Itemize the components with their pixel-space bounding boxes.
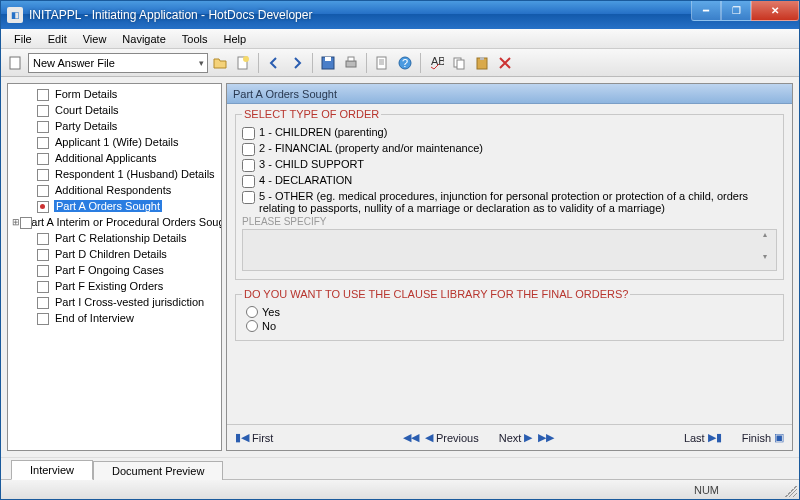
first-icon: ▮◀ xyxy=(235,431,249,444)
menu-tools[interactable]: Tools xyxy=(175,31,215,47)
nav-label: First xyxy=(252,432,273,444)
menu-help[interactable]: Help xyxy=(216,31,253,47)
checkbox-child-support[interactable] xyxy=(242,159,255,172)
svg-rect-12 xyxy=(457,60,464,69)
rewind-icon: ◀◀ xyxy=(403,431,419,444)
tree-item-selected[interactable]: Part A Orders Sought xyxy=(8,198,221,214)
tree-item[interactable]: Part I Cross-vested jurisdiction xyxy=(8,294,221,310)
nav-previous[interactable]: ◀Previous xyxy=(425,431,479,444)
svg-point-2 xyxy=(243,56,249,62)
close-button[interactable]: ✕ xyxy=(751,1,799,21)
tree-item[interactable]: Part C Relationship Details xyxy=(8,230,221,246)
back-icon[interactable] xyxy=(263,52,285,74)
page-icon xyxy=(37,200,51,212)
tree-label: Additional Applicants xyxy=(54,152,158,164)
tree-item[interactable]: Form Details xyxy=(8,86,221,102)
spin-up-icon[interactable]: ▴ xyxy=(763,231,775,239)
option-label: 2 - FINANCIAL (property and/or maintenan… xyxy=(259,142,777,154)
svg-rect-0 xyxy=(10,57,20,69)
checkbox-other[interactable] xyxy=(242,191,255,204)
tab-interview[interactable]: Interview xyxy=(11,460,93,480)
page-icon xyxy=(37,88,51,100)
toolbar-separator xyxy=(420,53,421,73)
spin-down-icon[interactable]: ▾ xyxy=(763,253,775,261)
help-icon[interactable]: ? xyxy=(394,52,416,74)
order-type-option: 1 - CHILDREN (parenting) xyxy=(242,126,777,140)
tree-item[interactable]: Respondent 1 (Husband) Details xyxy=(8,166,221,182)
tree-item[interactable]: Applicant 1 (Wife) Details xyxy=(8,134,221,150)
tree-label: Court Details xyxy=(54,104,120,116)
paste-icon[interactable] xyxy=(471,52,493,74)
expander-icon[interactable]: ⊞ xyxy=(12,217,20,227)
clause-library-group: DO YOU WANT TO USE THE CLAUSE LIBRARY FO… xyxy=(235,288,784,341)
checkbox-financial[interactable] xyxy=(242,143,255,156)
answer-file-label: New Answer File xyxy=(33,57,115,69)
page-icon xyxy=(37,312,51,324)
tree-item[interactable]: Part F Ongoing Cases xyxy=(8,262,221,278)
page-icon xyxy=(37,104,51,116)
ffwd-icon: ▶▶ xyxy=(538,431,554,444)
open-icon[interactable] xyxy=(209,52,231,74)
svg-rect-14 xyxy=(480,57,484,60)
tree-item[interactable]: End of Interview xyxy=(8,310,221,326)
radio-label: No xyxy=(262,320,276,332)
save-icon[interactable] xyxy=(317,52,339,74)
menu-file[interactable]: File xyxy=(7,31,39,47)
resize-grip-icon[interactable] xyxy=(785,485,797,497)
nav-rewind[interactable]: ◀◀ xyxy=(403,431,419,444)
tree-item[interactable]: Part F Existing Orders xyxy=(8,278,221,294)
nav-finish[interactable]: Finish▣ xyxy=(742,431,784,444)
new-icon[interactable] xyxy=(232,52,254,74)
nav-label: Previous xyxy=(436,432,479,444)
radio-row: No xyxy=(246,320,777,332)
option-label: 1 - CHILDREN (parenting) xyxy=(259,126,777,138)
copy-icon[interactable] xyxy=(448,52,470,74)
specify-textarea[interactable] xyxy=(242,229,777,271)
menu-edit[interactable]: Edit xyxy=(41,31,74,47)
menu-view[interactable]: View xyxy=(76,31,114,47)
option-label: 5 - OTHER (eg. medical procedures, injun… xyxy=(259,190,777,214)
svg-rect-7 xyxy=(377,57,386,69)
status-bar: NUM xyxy=(1,479,799,499)
tree-item[interactable]: Party Details xyxy=(8,118,221,134)
toolbar: New Answer File ? ABC xyxy=(1,49,799,77)
tree-item[interactable]: Court Details xyxy=(8,102,221,118)
minimize-button[interactable]: ━ xyxy=(691,1,721,21)
outline-tree: Form Details Court Details Party Details… xyxy=(8,84,221,328)
tree-item[interactable]: Additional Applicants xyxy=(8,150,221,166)
clear-icon[interactable] xyxy=(494,52,516,74)
radio-no[interactable] xyxy=(246,320,258,332)
tree-item[interactable]: ⊞Part A Interim or Procedural Orders Sou… xyxy=(8,214,221,230)
spellcheck-icon[interactable]: ABC xyxy=(425,52,447,74)
tree-item[interactable]: Additional Respondents xyxy=(8,182,221,198)
nav-label: Finish xyxy=(742,432,771,444)
form-panel: Part A Orders Sought SELECT TYPE OF ORDE… xyxy=(226,83,793,451)
document-icon[interactable] xyxy=(371,52,393,74)
tree-label: Part D Children Details xyxy=(54,248,168,260)
nav-first[interactable]: ▮◀First xyxy=(235,431,273,444)
nav-last[interactable]: Last▶▮ xyxy=(684,431,722,444)
tree-label: Party Details xyxy=(54,120,118,132)
nav-next[interactable]: Next▶ xyxy=(499,431,533,444)
nav-fast-forward[interactable]: ▶▶ xyxy=(538,431,554,444)
answer-file-combo[interactable]: New Answer File xyxy=(28,53,208,73)
tab-document-preview[interactable]: Document Preview xyxy=(93,461,223,480)
nav-label: Last xyxy=(684,432,705,444)
option-label: 4 - DECLARATION xyxy=(259,174,777,186)
main-area: Form Details Court Details Party Details… xyxy=(1,77,799,457)
forward-icon[interactable] xyxy=(286,52,308,74)
tree-item[interactable]: Part D Children Details xyxy=(8,246,221,262)
radio-yes[interactable] xyxy=(246,306,258,318)
app-icon: ◧ xyxy=(7,7,23,23)
radio-row: Yes xyxy=(246,306,777,318)
checkbox-declaration[interactable] xyxy=(242,175,255,188)
panel-body: SELECT TYPE OF ORDER 1 - CHILDREN (paren… xyxy=(227,104,792,424)
page-icon xyxy=(37,232,51,244)
toolbar-icon-1[interactable] xyxy=(5,52,27,74)
tree-label: Part F Ongoing Cases xyxy=(54,264,165,276)
maximize-button[interactable]: ❐ xyxy=(721,1,751,21)
checkbox-children[interactable] xyxy=(242,127,255,140)
order-type-option: 4 - DECLARATION xyxy=(242,174,777,188)
print-icon[interactable] xyxy=(340,52,362,74)
menu-navigate[interactable]: Navigate xyxy=(115,31,172,47)
